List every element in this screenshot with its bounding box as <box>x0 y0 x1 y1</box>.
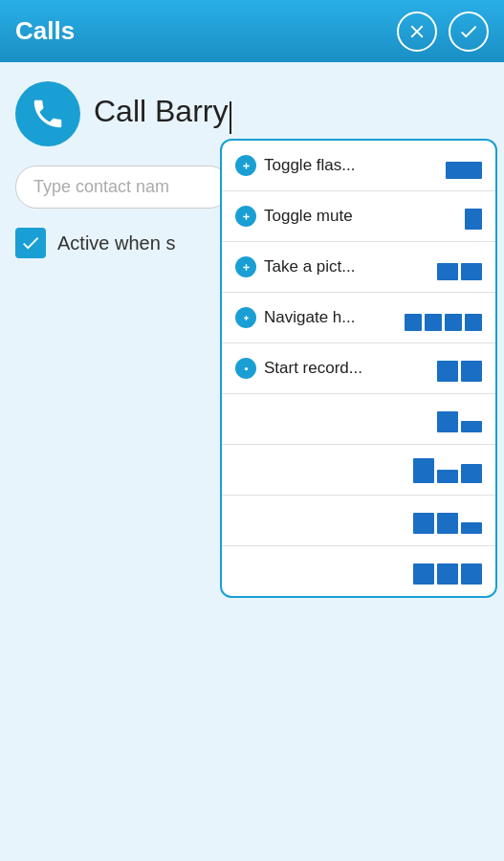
dropdown-panel: Toggle flas... Toggle mute <box>220 139 497 598</box>
text-cursor <box>230 101 231 134</box>
phone-icon <box>30 96 66 132</box>
app-title: Calls <box>15 16 397 46</box>
call-barry-label: Call Barry <box>94 94 231 134</box>
start-record-label: Start record... <box>264 359 362 378</box>
take-picture-bars <box>437 254 482 280</box>
dropdown-item-start-record[interactable]: Start record... <box>222 343 495 394</box>
toggle-mute-bars <box>465 203 482 230</box>
active-checkbox[interactable] <box>15 228 46 258</box>
item-6-bars <box>437 406 482 432</box>
item-7-bars <box>413 456 482 483</box>
call-barry-row: Call Barry <box>15 81 489 146</box>
dropdown-item-7[interactable] <box>222 445 495 496</box>
item-8-bars <box>413 507 482 534</box>
dropdown-item-navigate-home[interactable]: Navigate h... <box>222 293 495 343</box>
dropdown-item-8[interactable] <box>222 496 495 546</box>
close-icon <box>406 21 427 42</box>
phone-icon-circle <box>15 81 80 146</box>
navigate-home-bars <box>405 304 482 331</box>
toggle-flash-icon <box>235 155 256 176</box>
close-button[interactable] <box>397 11 437 52</box>
item-9-bars <box>413 558 482 585</box>
svg-point-5 <box>245 317 247 319</box>
contact-name-input[interactable]: Type contact nam <box>15 166 230 209</box>
take-picture-icon <box>235 256 256 277</box>
toggle-mute-label: Toggle mute <box>264 207 353 226</box>
toggle-flash-bars <box>446 152 482 179</box>
navigate-home-label: Navigate h... <box>264 308 355 327</box>
navigate-home-icon <box>235 307 256 328</box>
dropdown-item-toggle-flash[interactable]: Toggle flas... <box>222 141 495 191</box>
toggle-flash-label: Toggle flas... <box>264 156 355 175</box>
dropdown-item-9[interactable] <box>222 546 495 596</box>
contact-input-placeholder: Type contact nam <box>33 177 169 197</box>
dropdown-item-take-picture[interactable]: Take a pict... <box>222 242 495 293</box>
start-record-icon <box>235 358 256 379</box>
dropdown-item-toggle-mute[interactable]: Toggle mute <box>222 191 495 242</box>
take-picture-label: Take a pict... <box>264 257 355 276</box>
call-barry-text: Call Barry <box>94 94 228 128</box>
active-when-label: Active when s <box>57 232 175 254</box>
confirm-button[interactable] <box>449 11 489 52</box>
start-record-bars <box>437 355 482 382</box>
check-icon <box>458 21 479 42</box>
checkmark-icon <box>20 232 41 254</box>
dropdown-item-6[interactable] <box>222 394 495 445</box>
app-header: Calls <box>0 0 504 62</box>
svg-point-7 <box>244 366 247 369</box>
toggle-mute-icon <box>235 206 256 227</box>
main-content: Call Barry Type contact nam Active when … <box>0 62 504 277</box>
